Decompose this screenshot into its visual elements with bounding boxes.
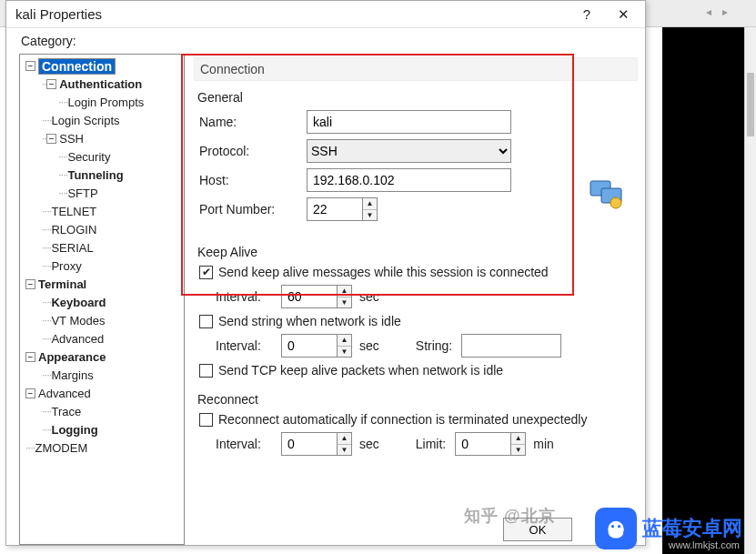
host-label: Host:: [199, 173, 307, 187]
string-input[interactable]: [461, 334, 561, 358]
group-general: General: [197, 90, 638, 105]
svg-point-2: [610, 197, 621, 208]
titlebar: kali Properties ? ✕: [6, 1, 645, 28]
limit-label: Limit:: [416, 437, 446, 451]
tree-vtmodes[interactable]: ····VT Modes: [20, 311, 184, 329]
section-connection: Connection: [194, 57, 638, 81]
category-label: Category:: [6, 28, 645, 54]
brand-icon: [595, 508, 637, 549]
session-icon: [589, 176, 627, 213]
reconnect-interval-label: Interval:: [199, 437, 281, 451]
window-title: kali Properties: [15, 6, 569, 22]
port-input[interactable]: [307, 198, 362, 220]
tree-telnet[interactable]: ····TELNET: [20, 202, 184, 220]
tree-trace[interactable]: ····Trace: [20, 402, 184, 420]
tree-logging[interactable]: ····Logging: [20, 420, 184, 438]
group-reconnect: Reconnect: [197, 392, 638, 407]
host-input[interactable]: [307, 168, 511, 192]
group-keepalive: Keep Alive: [197, 245, 638, 259]
watermark-text: 知乎 @北京: [464, 505, 556, 527]
tree-advanced-terminal[interactable]: ····Advanced: [20, 329, 184, 348]
limit-stepper[interactable]: ▲▼: [455, 432, 526, 456]
tree-zmodem[interactable]: ····ZMODEM: [20, 438, 184, 457]
tree-appearance[interactable]: −Appearance: [20, 348, 184, 366]
sendstring-checkbox[interactable]: [199, 315, 213, 328]
keepalive-label: Send keep alive messages while this sess…: [218, 265, 549, 279]
tree-security[interactable]: ····Security: [20, 147, 184, 166]
close-button[interactable]: ✕: [605, 6, 641, 23]
sendstring-label: Send string when network is idle: [218, 314, 401, 328]
brand-url: www.lmkjst.com: [669, 539, 740, 550]
tcpkeepalive-checkbox[interactable]: [199, 364, 213, 378]
category-tree[interactable]: −Connection ··−Authentication ····Login …: [19, 54, 185, 545]
name-input[interactable]: [307, 110, 511, 134]
tree-ssh[interactable]: ··−SSH: [20, 129, 184, 147]
svg-point-3: [611, 525, 614, 528]
spin-up-icon[interactable]: ▲: [363, 198, 377, 210]
properties-dialog: kali Properties ? ✕ Category: −Connectio…: [5, 0, 646, 546]
reconnect-interval-stepper[interactable]: ▲▼: [281, 432, 352, 456]
help-button[interactable]: ?: [569, 6, 605, 22]
protocol-select[interactable]: SSH: [307, 139, 511, 163]
reconnect-checkbox[interactable]: [199, 413, 213, 427]
tree-rlogin[interactable]: ····RLOGIN: [20, 220, 184, 238]
outer-scrollbar[interactable]: [744, 27, 756, 554]
brand-name: 蓝莓安卓网: [642, 515, 742, 542]
interval2-stepper[interactable]: ▲▼: [281, 334, 352, 358]
interval1-stepper[interactable]: ▲▼: [281, 285, 352, 308]
port-label: Port Number:: [199, 202, 307, 217]
name-label: Name:: [199, 115, 307, 129]
tree-keyboard[interactable]: ····Keyboard: [20, 293, 184, 311]
tree-serial[interactable]: ····SERIAL: [20, 238, 184, 257]
interval1-label: Interval:: [199, 289, 281, 304]
tree-tunneling[interactable]: ····Tunneling: [20, 166, 184, 184]
string-label: String:: [416, 338, 452, 353]
tree-login-prompts[interactable]: ····Login Prompts: [20, 93, 184, 111]
tree-margins[interactable]: ····Margins: [20, 366, 184, 384]
tree-connection[interactable]: −Connection: [20, 56, 184, 75]
tree-login-scripts[interactable]: ····Login Scripts: [20, 111, 184, 129]
protocol-label: Protocol:: [199, 144, 307, 158]
keepalive-checkbox[interactable]: ✔: [199, 266, 213, 279]
tcpkeepalive-label: Send TCP keep alive packets when network…: [218, 363, 503, 378]
tree-advanced[interactable]: −Advanced: [20, 384, 184, 402]
content-pane: Connection General Name: Protocol: SSH H…: [185, 54, 645, 545]
tree-terminal[interactable]: −Terminal: [20, 275, 184, 293]
tree-authentication[interactable]: ··−Authentication: [20, 75, 184, 93]
tree-proxy[interactable]: ····Proxy: [20, 257, 184, 275]
port-stepper[interactable]: ▲▼: [307, 197, 378, 221]
tree-sftp[interactable]: ····SFTP: [20, 184, 184, 202]
svg-point-4: [618, 525, 620, 528]
reconnect-label: Reconnect automatically if connection is…: [218, 412, 587, 427]
interval2-label: Interval:: [199, 338, 281, 353]
spin-down-icon[interactable]: ▼: [363, 210, 377, 221]
